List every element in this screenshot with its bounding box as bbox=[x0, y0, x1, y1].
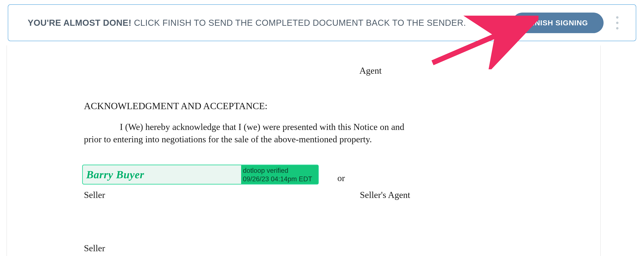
verified-timestamp: 09/26/23 04:14pm EDT bbox=[243, 175, 314, 183]
acknowledgment-body: I (We) hereby acknowledge that I (we) we… bbox=[84, 121, 408, 145]
banner-rest-text: CLICK FINISH TO SEND THE COMPLETED DOCUM… bbox=[132, 18, 466, 28]
signature-name: Barry Buyer bbox=[83, 165, 241, 184]
action-banner: YOU'RE ALMOST DONE! CLICK FINISH TO SEND… bbox=[8, 4, 636, 41]
seller-label-1: Seller bbox=[84, 190, 105, 200]
finish-signing-button[interactable]: FINISH SIGNING bbox=[512, 13, 604, 33]
acknowledgment-heading: ACKNOWLEDGMENT AND ACCEPTANCE: bbox=[84, 100, 268, 111]
sellers-agent-label: Seller's Agent bbox=[360, 190, 410, 200]
banner-bold-text: YOU'RE ALMOST DONE! bbox=[28, 18, 132, 28]
verified-text: dotloop verified bbox=[243, 167, 314, 175]
agent-label: Agent bbox=[360, 65, 382, 76]
document-preview: Agent ACKNOWLEDGMENT AND ACCEPTANCE: I (… bbox=[6, 46, 601, 256]
or-separator: or bbox=[337, 173, 345, 183]
seller-label-2: Seller bbox=[84, 243, 105, 253]
banner-actions: FINISH SIGNING bbox=[512, 13, 621, 33]
banner-message: YOU'RE ALMOST DONE! CLICK FINISH TO SEND… bbox=[28, 18, 466, 28]
signature-field[interactable]: Barry Buyer dotloop verified 09/26/23 04… bbox=[82, 165, 319, 185]
kebab-menu-icon[interactable] bbox=[614, 14, 621, 32]
signature-row: Barry Buyer dotloop verified 09/26/23 04… bbox=[82, 165, 493, 185]
signature-verification-badge: dotloop verified 09/26/23 04:14pm EDT bbox=[241, 165, 318, 184]
